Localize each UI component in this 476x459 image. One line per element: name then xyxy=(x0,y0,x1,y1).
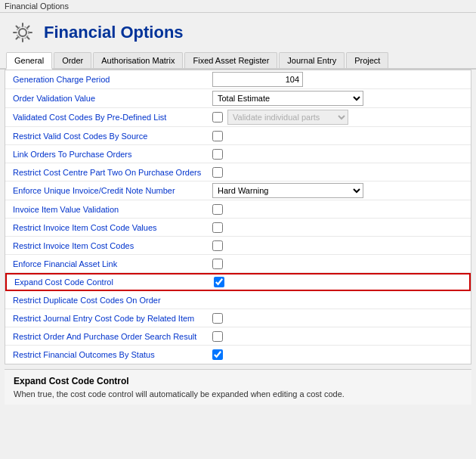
form-row: Enforce Unique Invoice/Credit Note Numbe… xyxy=(5,181,471,200)
row-control xyxy=(209,330,471,343)
tab-journal-entry[interactable]: Journal Entry xyxy=(279,52,345,68)
form-row: Validated Cost Codes By Pre-Defined List… xyxy=(5,108,471,127)
title-bar: Financial Options xyxy=(0,0,476,13)
row-checkbox[interactable] xyxy=(212,149,223,160)
form-content: Generation Charge PeriodOrder Validation… xyxy=(5,70,471,364)
row-checkbox[interactable] xyxy=(212,204,223,215)
row-label: Restrict Cost Centre Part Two On Purchas… xyxy=(5,166,209,179)
row-checkbox[interactable] xyxy=(212,313,223,324)
row-control xyxy=(209,166,471,179)
row-label: Enforce Unique Invoice/Credit Note Numbe… xyxy=(5,184,209,197)
row-label: Restrict Duplicate Cost Codes On Order xyxy=(5,293,209,307)
row-control xyxy=(209,348,471,361)
row-control xyxy=(209,239,471,253)
form-row: Restrict Valid Cost Codes By Source xyxy=(5,127,471,145)
row-label: Restrict Journal Entry Cost Code by Rela… xyxy=(5,312,209,325)
row-checkbox[interactable] xyxy=(212,131,223,141)
form-row: Restrict Cost Centre Part Two On Purchas… xyxy=(5,163,471,181)
row-select[interactable]: Hard Warning xyxy=(212,183,363,198)
row-checkbox[interactable] xyxy=(212,222,223,233)
row-control xyxy=(211,275,469,289)
tab-project[interactable]: Project xyxy=(346,52,388,68)
row-control xyxy=(209,257,471,271)
row-label: Generation Charge Period xyxy=(5,73,209,86)
row-label: Expand Cost Code Control xyxy=(7,275,211,289)
row-checkbox[interactable] xyxy=(212,240,223,251)
row-label: Restrict Invoice Item Cost Codes xyxy=(5,239,209,253)
form-row: Restrict Duplicate Cost Codes On Order xyxy=(5,291,471,309)
row-control: Total Estimate xyxy=(209,89,471,107)
gear-icon xyxy=(9,19,36,46)
description-text: When true, the cost code control will au… xyxy=(14,389,462,399)
tabs-bar: GeneralOrderAuthorisation MatrixFixed As… xyxy=(0,52,476,70)
row-label: Restrict Valid Cost Codes By Source xyxy=(5,129,209,143)
svg-point-0 xyxy=(19,29,26,36)
row-label: Order Validation Value xyxy=(5,91,209,105)
tab-general[interactable]: General xyxy=(6,52,52,70)
row-control xyxy=(209,312,471,325)
row-checkbox[interactable] xyxy=(212,167,223,178)
generation-charge-input[interactable] xyxy=(212,72,303,87)
row-checkbox[interactable] xyxy=(212,112,223,123)
title-bar-text: Financial Options xyxy=(5,2,69,11)
row-control xyxy=(209,70,471,88)
row-label: Restrict Order And Purchase Order Search… xyxy=(5,330,209,343)
form-row: Order Validation ValueTotal Estimate xyxy=(5,89,471,108)
row-control xyxy=(209,129,471,143)
main-window: Financial Options Financial Options Gene… xyxy=(0,0,476,459)
form-row: Restrict Journal Entry Cost Code by Rela… xyxy=(5,309,471,327)
row-label: Validated Cost Codes By Pre-Defined List xyxy=(5,110,209,124)
row-control: Hard Warning xyxy=(209,181,471,200)
form-row: Restrict Financial Outcomes By Status xyxy=(5,346,471,364)
row-checkbox[interactable] xyxy=(212,349,223,360)
row-control xyxy=(209,299,471,302)
tab-authorisation-matrix[interactable]: Authorisation Matrix xyxy=(93,52,183,68)
row-label: Restrict Financial Outcomes By Status xyxy=(5,348,209,361)
row-label: Enforce Financial Asset Link xyxy=(5,257,209,271)
form-row: Generation Charge Period xyxy=(5,70,471,89)
row-label: Link Orders To Purchase Orders xyxy=(5,147,209,161)
page-title: Financial Options xyxy=(44,23,184,42)
form-row: Link Orders To Purchase Orders xyxy=(5,145,471,163)
tab-fixed-asset-register[interactable]: Fixed Asset Register xyxy=(184,52,277,68)
description-panel: Expand Cost Code Control When true, the … xyxy=(5,369,471,405)
row-control: Validate individual parts xyxy=(209,108,471,126)
form-row: Enforce Financial Asset Link xyxy=(5,255,471,273)
header: Financial Options xyxy=(0,13,476,52)
form-row: Invoice Item Value Validation xyxy=(5,200,471,219)
row-control xyxy=(209,147,471,161)
tab-order[interactable]: Order xyxy=(54,52,91,68)
description-title: Expand Cost Code Control xyxy=(14,376,462,386)
row-checkbox[interactable] xyxy=(212,259,223,269)
row-select-secondary[interactable]: Validate individual parts xyxy=(227,110,348,125)
row-checkbox[interactable] xyxy=(212,331,223,342)
row-label: Restrict Invoice Item Cost Code Values xyxy=(5,221,209,234)
row-control xyxy=(209,221,471,234)
form-row: Restrict Order And Purchase Order Search… xyxy=(5,327,471,346)
row-select[interactable]: Total Estimate xyxy=(212,91,363,106)
form-row: Restrict Invoice Item Cost Codes xyxy=(5,237,471,255)
row-control xyxy=(209,203,471,216)
form-row: Expand Cost Code Control xyxy=(5,273,471,291)
form-row: Restrict Invoice Item Cost Code Values xyxy=(5,219,471,237)
row-label: Invoice Item Value Validation xyxy=(5,203,209,216)
row-checkbox[interactable] xyxy=(214,277,224,287)
